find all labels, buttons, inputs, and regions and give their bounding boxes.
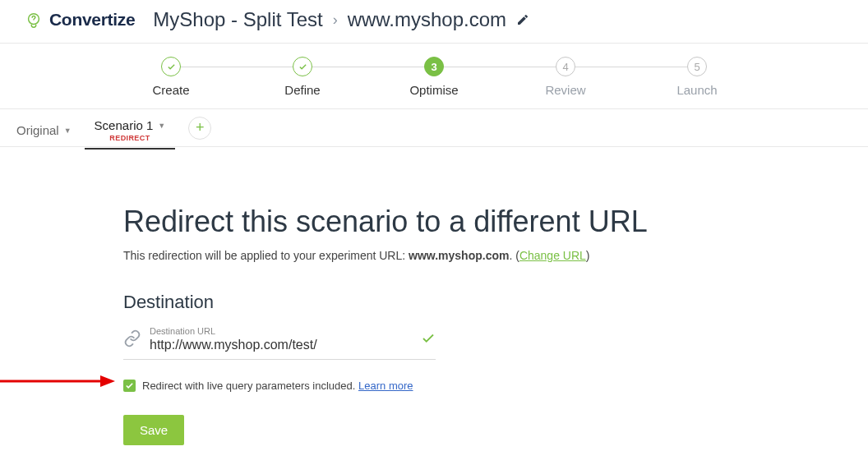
redirect-params-checkbox[interactable]: [123, 380, 136, 392]
step-create[interactable]: Create: [105, 57, 237, 97]
sub-suffix: . (: [509, 249, 519, 262]
change-url-link[interactable]: Change URL: [519, 249, 586, 262]
learn-more-link[interactable]: Learn more: [358, 380, 413, 392]
tab-label: Scenario 1: [95, 118, 154, 132]
tab-label: Original: [16, 123, 59, 137]
redirect-badge: REDIRECT: [109, 134, 150, 142]
chevron-down-icon: ▼: [64, 127, 72, 135]
page-title: Redirect this scenario to a different UR…: [123, 205, 868, 239]
redirect-params-row: Redirect with live query parameters incl…: [123, 380, 868, 392]
tab-original[interactable]: Original ▼: [12, 118, 76, 137]
stepper: Create Define 3 Optimise 4 Review 5 Laun…: [0, 44, 868, 109]
destination-heading: Destination: [123, 292, 868, 313]
step-number: 3: [424, 57, 444, 76]
page-subtitle: This redirection will be applied to your…: [123, 249, 868, 262]
brand-name: Convertize: [49, 10, 135, 30]
scenario-tabs: Original ▼ Scenario 1 ▼ REDIRECT +: [0, 109, 868, 147]
edit-icon[interactable]: [516, 8, 529, 31]
breadcrumb-project[interactable]: MyShop - Split Test: [153, 8, 322, 31]
step-number: 5: [687, 57, 707, 76]
add-scenario-button[interactable]: +: [188, 117, 211, 140]
step-label: Review: [545, 83, 585, 97]
step-label: Optimise: [409, 83, 458, 97]
top-bar: Convertize MyShop - Split Test › www.mys…: [0, 0, 868, 44]
step-review[interactable]: 4 Review: [500, 57, 631, 97]
breadcrumb: MyShop - Split Test › www.myshop.com: [153, 8, 529, 31]
step-define[interactable]: Define: [237, 57, 368, 97]
sub-close: ): [586, 249, 590, 262]
tab-scenario-1[interactable]: Scenario 1 ▼ REDIRECT: [90, 113, 171, 142]
chevron-right-icon: ›: [333, 12, 338, 29]
check-icon: [421, 331, 436, 350]
sub-prefix: This redirection will be applied to your…: [123, 249, 409, 262]
save-button[interactable]: Save: [123, 415, 184, 445]
step-label: Launch: [676, 83, 717, 97]
link-icon: [123, 329, 141, 351]
step-label: Define: [284, 83, 320, 97]
chevron-down-icon: ▼: [158, 122, 165, 130]
step-label: Create: [152, 83, 189, 97]
destination-label: Destination URL: [150, 326, 414, 336]
destination-field: Destination URL: [123, 324, 436, 360]
checkbox-label: Redirect with live query parameters incl…: [142, 380, 358, 392]
experiment-url: www.myshop.com: [409, 249, 509, 262]
step-number: 4: [556, 57, 575, 76]
main-content: Redirect this scenario to a different UR…: [0, 147, 868, 451]
step-optimise[interactable]: 3 Optimise: [368, 57, 500, 97]
brand: Convertize: [25, 10, 135, 30]
destination-url-input[interactable]: [150, 336, 414, 354]
step-launch[interactable]: 5 Launch: [631, 57, 763, 97]
brand-icon: [25, 11, 43, 29]
breadcrumb-url[interactable]: www.myshop.com: [348, 8, 506, 31]
